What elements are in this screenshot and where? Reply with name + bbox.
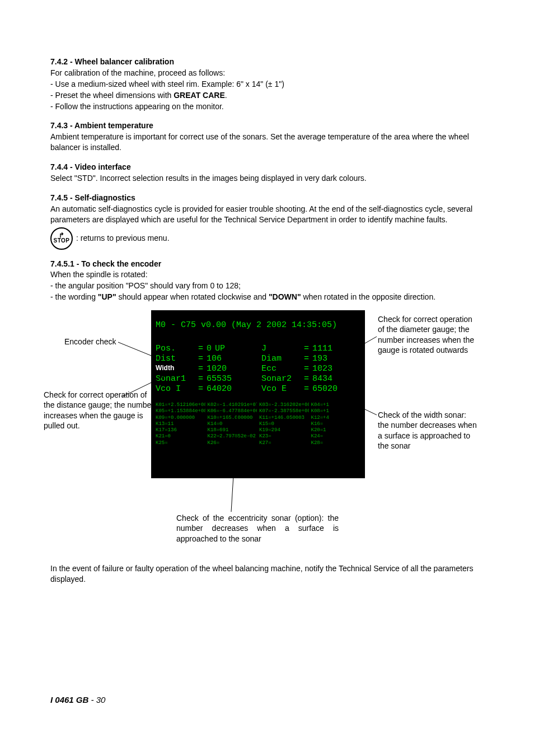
text: .	[225, 91, 227, 100]
footer-sep: -	[88, 695, 96, 704]
text: Ambient temperature is important for cor…	[50, 132, 488, 153]
terminal-cell: Pos.=0 UP	[156, 344, 255, 354]
heading-744: 7.4.4 - Video interface	[50, 162, 488, 172]
annotation-encoder: Encoder check	[64, 337, 116, 347]
terminal-cell: Sonar2=8434	[261, 374, 360, 384]
terminal-screenshot: M0 - C75 v0.00 (May 2 2002 14:35:05) Pos…	[151, 310, 365, 478]
text: - Preset the wheel dimensions with	[50, 91, 174, 100]
heading-742: 7.4.2 - Wheel balancer calibration	[50, 57, 488, 67]
text: : returns to previous menu.	[76, 233, 170, 244]
text-bold: "DOWN"	[269, 292, 301, 301]
text: An automatic self-diagnostics cycle is p…	[50, 204, 488, 225]
stop-label: STOP	[53, 238, 69, 244]
terminal-header: M0 - C75 v0.00 (May 2 2002 14:35:05)	[156, 320, 360, 330]
terminal-cell: Ecc=1023	[261, 364, 360, 374]
annotation-eccentricity: Check of the eccentricity sonar (option)…	[176, 513, 339, 544]
stop-row: ↰ STOP : returns to previous menu.	[50, 227, 488, 250]
arrow-icon: ↰	[59, 233, 64, 239]
terminal-cell: Sonar1=65535	[156, 374, 255, 384]
terminal-cell: Diam=193	[261, 354, 360, 364]
text: Select "STD". Incorrect selection result…	[50, 173, 488, 184]
text: when rotated in the opposite direction.	[301, 292, 436, 301]
terminal-cell: Vco E=65020	[261, 384, 360, 394]
text: When the spindle is rotated:	[50, 269, 488, 280]
footer-code: I 0461 GB	[50, 695, 88, 704]
text: - the wording "UP" should appear when ro…	[50, 292, 488, 302]
text: should appear when rotated clockwise and	[116, 292, 269, 301]
text-bold: "UP"	[98, 292, 116, 301]
terminal-cell: Dist=106	[156, 354, 255, 364]
text: - the angular position "POS" should vary…	[50, 281, 488, 291]
text: - the wording	[50, 292, 98, 301]
terminal-cell: Vco I=64020	[156, 384, 255, 394]
k-column: K03=-2.316202e+08K07=-2.387558e+08K11=+1…	[259, 402, 309, 446]
terminal-cell: J=1111	[261, 344, 360, 354]
text-bold: GREAT CARE	[174, 91, 225, 100]
annotation-distance: Check for correct operation of the dista…	[44, 390, 156, 431]
k-column: K04=+1K08=+1K12=+4K16=K20=1K24=K28=	[311, 402, 361, 446]
stop-icon: ↰ STOP	[50, 227, 73, 250]
k-column: K02=-1.410291e+07K06=-6.477884e+06K10=+1…	[208, 402, 257, 446]
text: - Preset the wheel dimensions with GREAT…	[50, 90, 488, 101]
text: - Follow the instructions appearing on t…	[50, 101, 488, 112]
k-column: K01=+2.512106e+08K05=+1.153884e+08K09=+0…	[156, 402, 205, 446]
heading-745: 7.4.5 - Self-diagnostics	[50, 193, 488, 203]
annotation-width: Check of the width sonar: the number dec…	[378, 410, 479, 451]
text: For calibration of the machine, proceed …	[50, 68, 488, 78]
heading-7451: 7.4.5.1 - To check the encoder	[50, 259, 488, 269]
page-footer: I 0461 GB - 30	[50, 694, 105, 706]
heading-743: 7.4.3 - Ambient temperature	[50, 120, 488, 131]
closing-text: In the event of failure or faulty operat…	[50, 563, 488, 585]
diagram: M0 - C75 v0.00 (May 2 2002 14:35:05) Pos…	[50, 306, 488, 541]
annotation-diameter: Check for correct operation of the diame…	[378, 314, 479, 355]
terminal-cell: Width=1020	[156, 364, 255, 374]
terminal-values: Pos.=0 UPJ=1111Dist=106Diam=193Width=102…	[156, 344, 360, 394]
footer-page: 30	[96, 695, 106, 704]
text: - Use a medium-sized wheel with steel ri…	[50, 79, 488, 90]
terminal-k-values: K01=+2.512106e+08K05=+1.153884e+08K09=+0…	[156, 402, 360, 446]
